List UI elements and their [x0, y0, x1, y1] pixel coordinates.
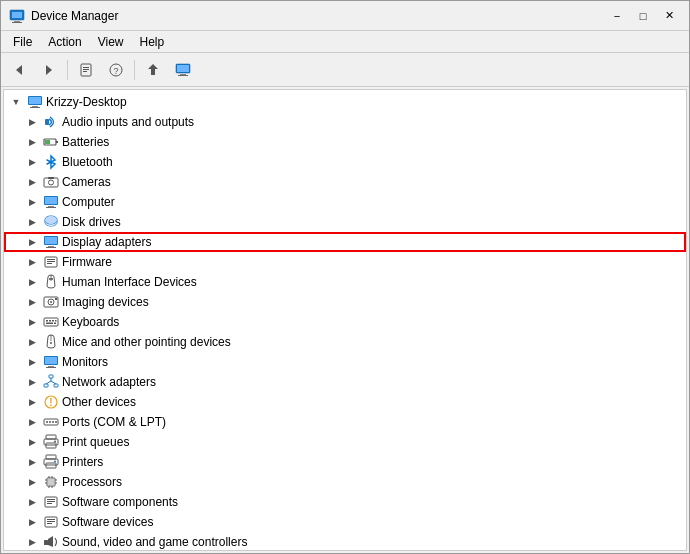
forward-icon [42, 63, 56, 77]
update-driver-button[interactable] [139, 57, 167, 83]
tree-item-software-comp[interactable]: Software components [4, 492, 686, 512]
tree-item-ports[interactable]: Ports (COM & LPT) [4, 412, 686, 432]
disk-label: Disk drives [62, 215, 121, 229]
tree-item-hid[interactable]: Human Interface Devices [4, 272, 686, 292]
expander-software-comp[interactable] [24, 494, 40, 510]
expander-audio[interactable] [24, 114, 40, 130]
help-button[interactable]: ? [102, 57, 130, 83]
audio-icon [43, 114, 59, 130]
expander-computer[interactable] [24, 194, 40, 210]
expander-sound[interactable] [24, 534, 40, 550]
tree-item-printers[interactable]: Printers [4, 452, 686, 472]
maximize-button[interactable]: □ [631, 6, 655, 26]
other-label: Other devices [62, 395, 136, 409]
computer2-icon [43, 194, 59, 210]
menu-action[interactable]: Action [40, 33, 89, 51]
svg-rect-63 [48, 366, 54, 367]
svg-rect-50 [55, 298, 57, 300]
tree-item-batteries[interactable]: Batteries [4, 132, 686, 152]
tree-item-keyboards[interactable]: Keyboards [4, 312, 686, 332]
expander-disk[interactable] [24, 214, 40, 230]
svg-rect-43 [47, 263, 52, 264]
menu-bar: File Action View Help [1, 31, 689, 53]
forward-button[interactable] [35, 57, 63, 83]
tree-item-disk[interactable]: Disk drives [4, 212, 686, 232]
bluetooth-icon [43, 154, 59, 170]
expander-ports[interactable] [24, 414, 40, 430]
svg-text:?: ? [113, 66, 118, 76]
properties-button[interactable] [72, 57, 100, 83]
expander-hid[interactable] [24, 274, 40, 290]
expander-firmware[interactable] [24, 254, 40, 270]
computer-icon [27, 94, 43, 110]
svg-rect-56 [48, 323, 53, 325]
expander-monitors[interactable] [24, 354, 40, 370]
tree-item-mice[interactable]: Mice and other pointing devices [4, 332, 686, 352]
tree-item-software-dev[interactable]: Software devices [4, 512, 686, 532]
svg-point-60 [50, 342, 52, 344]
svg-rect-31 [46, 207, 56, 208]
menu-help[interactable]: Help [132, 33, 173, 51]
expander-mice[interactable] [24, 334, 40, 350]
expander-keyboards[interactable] [24, 314, 40, 330]
monitor-button[interactable] [169, 57, 197, 83]
imaging-icon [43, 294, 59, 310]
svg-rect-82 [46, 455, 56, 459]
tree-item-bluetooth[interactable]: Bluetooth [4, 152, 686, 172]
camera-icon [43, 174, 59, 190]
back-button[interactable] [5, 57, 33, 83]
monitor-icon2 [43, 354, 59, 370]
expander-bluetooth[interactable] [24, 154, 40, 170]
tree-item-print[interactable]: Print queues [4, 432, 686, 452]
menu-file[interactable]: File [5, 33, 40, 51]
svg-rect-65 [49, 375, 53, 378]
network-label: Network adapters [62, 375, 156, 389]
software-comp-icon [43, 494, 59, 510]
tree-item-imaging[interactable]: Imaging devices [4, 292, 686, 312]
svg-rect-54 [52, 320, 54, 322]
expander-batteries[interactable] [24, 134, 40, 150]
svg-rect-104 [44, 540, 48, 545]
disk-icon [43, 214, 59, 230]
expander-software-dev[interactable] [24, 514, 40, 530]
expander-display[interactable] [24, 234, 40, 250]
svg-rect-27 [48, 177, 54, 179]
cameras-label: Cameras [62, 175, 111, 189]
properties-icon [79, 63, 93, 77]
expander-printers[interactable] [24, 454, 40, 470]
title-bar: Device Manager − □ ✕ [1, 1, 689, 31]
tree-item-monitors[interactable]: Monitors [4, 352, 686, 372]
mice-icon [43, 334, 59, 350]
expander-imaging[interactable] [24, 294, 40, 310]
expander-processors[interactable] [24, 474, 40, 490]
menu-view[interactable]: View [90, 33, 132, 51]
tree-item-computer[interactable]: Computer [4, 192, 686, 212]
close-button[interactable]: ✕ [657, 6, 681, 26]
tree-item-display[interactable]: Display adapters [4, 232, 686, 252]
expander-other[interactable] [24, 394, 40, 410]
minimize-button[interactable]: − [605, 6, 629, 26]
tree-item-cameras[interactable]: Cameras [4, 172, 686, 192]
root-label: Krizzy-Desktop [46, 95, 127, 109]
svg-rect-42 [47, 261, 55, 262]
tree-item-processors[interactable]: Processors [4, 472, 686, 492]
tree-item-network[interactable]: Network adapters [4, 372, 686, 392]
expander-cameras[interactable] [24, 174, 40, 190]
expander-print[interactable] [24, 434, 40, 450]
tree-item-audio[interactable]: Audio inputs and outputs [4, 112, 686, 132]
svg-rect-52 [46, 320, 48, 322]
expander-root[interactable] [8, 94, 24, 110]
tree-item-other[interactable]: ! Other devices [4, 392, 686, 412]
tree-item-firmware[interactable]: Firmware [4, 252, 686, 272]
toolbar-sep-1 [67, 60, 68, 80]
title-bar-left: Device Manager [9, 8, 118, 24]
audio-label: Audio inputs and outputs [62, 115, 194, 129]
hid-label: Human Interface Devices [62, 275, 197, 289]
device-tree-panel[interactable]: Krizzy-Desktop Audio inputs and outputs [3, 89, 687, 551]
toolbar: ? [1, 53, 689, 87]
svg-point-74 [46, 421, 48, 423]
tree-item-root[interactable]: Krizzy-Desktop [4, 92, 686, 112]
tree-item-sound[interactable]: Sound, video and game controllers [4, 532, 686, 551]
svg-rect-15 [180, 74, 186, 75]
expander-network[interactable] [24, 374, 40, 390]
